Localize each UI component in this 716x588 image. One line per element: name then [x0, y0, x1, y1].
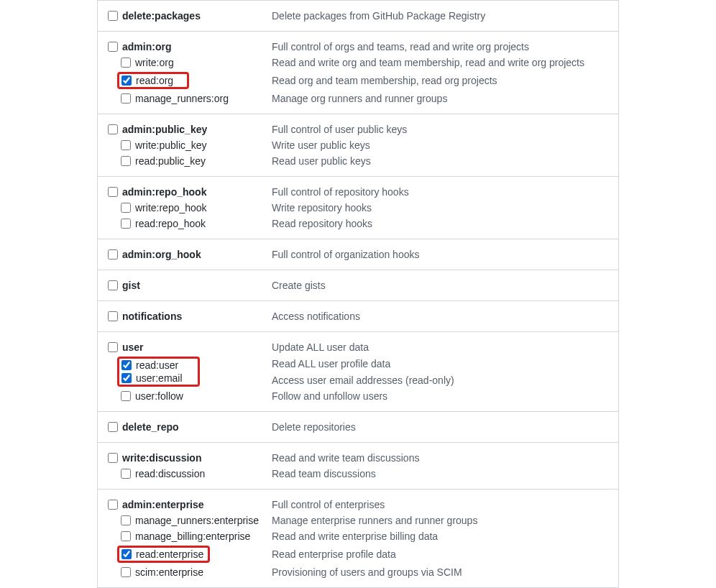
scope-label[interactable]: notifications: [122, 311, 182, 322]
scope-label[interactable]: delete:packages: [122, 10, 201, 22]
scope-checkbox[interactable]: [108, 124, 118, 134]
scope-description: Access user email addresses (read-only): [272, 375, 454, 386]
scope-label[interactable]: read:enterprise: [136, 548, 203, 560]
scope-checkbox[interactable]: [121, 93, 131, 104]
scope-description: Read ALL user profile data: [272, 358, 390, 369]
scope-group: delete_repoDelete repositories: [97, 412, 619, 443]
scope-checkbox[interactable]: [121, 567, 131, 577]
scope-row-parent: admin:repo_hookFull control of repositor…: [108, 184, 618, 200]
scope-description: Read team discussions: [272, 468, 376, 479]
scope-checkbox[interactable]: [108, 42, 118, 52]
scope-label[interactable]: read:repo_hook: [135, 218, 206, 229]
scope-group: delete:packagesDelete packages from GitH…: [97, 0, 619, 32]
scope-checkbox[interactable]: [121, 549, 132, 559]
scope-checkbox[interactable]: [108, 500, 118, 510]
scope-checkbox[interactable]: [121, 373, 132, 383]
scope-row-child: manage_runners:enterpriseManage enterpri…: [108, 513, 618, 528]
scope-row-parent: userUpdate ALL user data: [108, 339, 618, 355]
scope-label[interactable]: write:org: [135, 57, 174, 68]
scope-row-child: read:enterpriseRead enterprise profile d…: [108, 544, 618, 564]
scope-checkbox[interactable]: [121, 469, 131, 479]
scope-description: Manage org runners and runner groups: [272, 93, 447, 104]
highlight-box: read:user: [117, 357, 200, 372]
scope-description: Full control of enterprises: [272, 499, 385, 510]
scope-row-child: user:followFollow and unfollow users: [108, 388, 618, 404]
scope-checkbox[interactable]: [108, 280, 118, 290]
scope-description: Access notifications: [272, 311, 360, 322]
scope-checkbox[interactable]: [121, 515, 131, 525]
scope-checkbox[interactable]: [108, 249, 118, 259]
scope-label[interactable]: read:discussion: [135, 468, 205, 479]
scope-group: userUpdate ALL user dataread:userRead AL…: [97, 332, 619, 412]
scope-group: admin:org_hookFull control of organizati…: [97, 239, 619, 270]
scope-label[interactable]: delete_repo: [122, 421, 179, 433]
scope-checkbox[interactable]: [121, 203, 131, 213]
scope-checkbox[interactable]: [121, 360, 132, 370]
scope-label[interactable]: admin:enterprise: [122, 499, 204, 510]
scope-description: Write user public keys: [272, 139, 370, 151]
scope-checkbox[interactable]: [121, 75, 132, 86]
highlight-box: read:enterprise: [117, 546, 210, 563]
scope-row-child: read:repo_hookRead repository hooks: [108, 216, 618, 231]
scope-row-parent: delete:packagesDelete packages from GitH…: [108, 8, 618, 24]
scopes-list: delete:packagesDelete packages from GitH…: [0, 0, 716, 588]
scope-label[interactable]: admin:org: [122, 41, 171, 52]
scope-description: Read and write enterprise billing data: [272, 530, 438, 542]
scope-description: Read user public keys: [272, 155, 371, 167]
scope-label[interactable]: scim:enterprise: [135, 566, 203, 578]
scope-label[interactable]: user:follow: [135, 390, 183, 402]
scope-description: Read repository hooks: [272, 218, 372, 229]
scope-label[interactable]: write:discussion: [122, 452, 201, 464]
scope-row-child: read:discussionRead team discussions: [108, 466, 618, 482]
scope-label[interactable]: user:email: [136, 372, 183, 384]
scope-checkbox[interactable]: [108, 342, 118, 352]
scope-description: Full control of repository hooks: [272, 186, 409, 198]
scope-row-child: write:public_keyWrite user public keys: [108, 137, 618, 153]
scope-label[interactable]: manage_runners:enterprise: [135, 515, 259, 526]
scope-description: Provisioning of users and groups via SCI…: [272, 566, 462, 578]
scope-description: Read org and team membership, read org p…: [272, 75, 497, 86]
scope-checkbox[interactable]: [121, 219, 131, 229]
scope-checkbox[interactable]: [108, 311, 118, 321]
scope-label[interactable]: manage_runners:org: [135, 93, 229, 104]
scope-checkbox[interactable]: [121, 140, 131, 150]
scope-description: Read enterprise profile data: [272, 548, 396, 560]
scope-label[interactable]: write:public_key: [135, 139, 207, 151]
scope-label[interactable]: read:user: [136, 359, 178, 371]
scope-row-child: read:userRead ALL user profile data: [108, 355, 618, 372]
scope-checkbox[interactable]: [121, 531, 131, 541]
scope-description: Full control of user public keys: [272, 124, 407, 135]
scope-label[interactable]: user: [122, 341, 144, 353]
scope-checkbox[interactable]: [108, 422, 118, 432]
scope-description: Read and write team discussions: [272, 452, 419, 464]
scope-checkbox[interactable]: [108, 187, 118, 197]
scope-row-child: write:repo_hookWrite repository hooks: [108, 200, 618, 216]
scope-checkbox[interactable]: [108, 11, 118, 21]
scope-checkbox[interactable]: [121, 391, 131, 401]
scope-label[interactable]: admin:org_hook: [122, 249, 201, 260]
scope-label[interactable]: admin:repo_hook: [122, 186, 206, 198]
scope-label[interactable]: gist: [122, 280, 140, 291]
scope-row-child: manage_billing:enterpriseRead and write …: [108, 528, 618, 544]
scope-label[interactable]: manage_billing:enterprise: [135, 530, 250, 542]
scope-group: admin:public_keyFull control of user pub…: [97, 114, 619, 177]
scope-description: Delete repositories: [272, 421, 356, 433]
scope-row-parent: admin:org_hookFull control of organizati…: [108, 247, 618, 262]
scope-label[interactable]: write:repo_hook: [135, 202, 207, 213]
scope-checkbox[interactable]: [121, 58, 131, 68]
scope-row-parent: admin:orgFull control of orgs and teams,…: [108, 39, 618, 55]
scope-row-parent: admin:enterpriseFull control of enterpri…: [108, 497, 618, 513]
highlight-box: user:email: [117, 372, 200, 387]
scope-row-child: scim:enterpriseProvisioning of users and…: [108, 564, 618, 580]
scope-row-parent: write:discussionRead and write team disc…: [108, 450, 618, 466]
scope-row-child: write:orgRead and write org and team mem…: [108, 55, 618, 70]
scope-description: Write repository hooks: [272, 202, 372, 213]
scope-checkbox[interactable]: [108, 453, 118, 463]
scope-label[interactable]: admin:public_key: [122, 124, 207, 135]
scope-label[interactable]: read:org: [136, 75, 173, 86]
scope-checkbox[interactable]: [121, 156, 131, 166]
scope-label[interactable]: read:public_key: [135, 155, 206, 167]
scope-group: write:discussionRead and write team disc…: [97, 443, 619, 490]
scope-group: notificationsAccess notifications: [97, 301, 619, 332]
scope-description: Create gists: [272, 280, 326, 291]
